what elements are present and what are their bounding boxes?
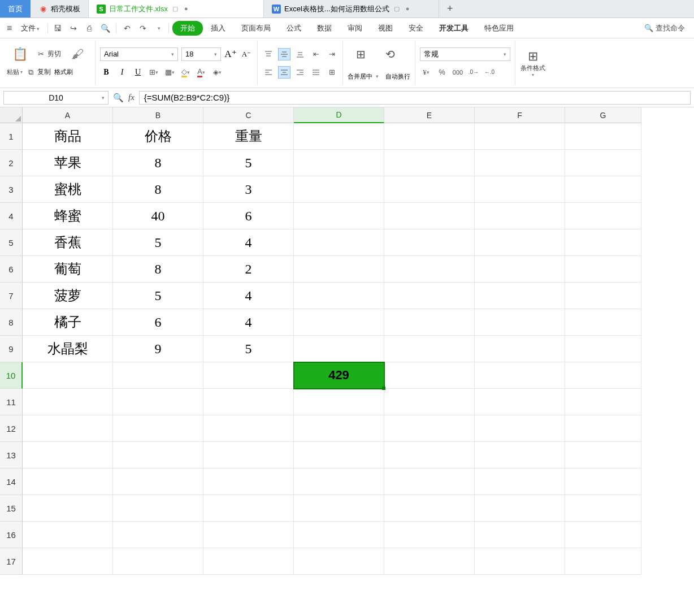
cell[interactable]: [475, 548, 565, 575]
cell[interactable]: 重量: [203, 123, 294, 150]
cell[interactable]: [294, 415, 384, 442]
orientation-button[interactable]: ⊞: [326, 66, 338, 79]
menu-security[interactable]: 安全: [401, 20, 431, 37]
cell[interactable]: [384, 123, 475, 150]
menu-data[interactable]: 数据: [309, 20, 340, 37]
cell[interactable]: [475, 362, 565, 389]
cell[interactable]: [565, 548, 641, 575]
cell[interactable]: [384, 548, 475, 575]
cell[interactable]: 蜂蜜: [23, 203, 113, 229]
italic-button[interactable]: I: [116, 66, 128, 79]
cell[interactable]: [384, 256, 475, 283]
spreadsheet-grid[interactable]: ABCDEFG1商品价格重量2苹果853蜜桃834蜂蜜4065香蕉546葡萄82…: [0, 107, 694, 575]
cell[interactable]: [294, 495, 384, 522]
cell[interactable]: [384, 415, 475, 442]
cell[interactable]: [23, 389, 113, 415]
cell[interactable]: [475, 176, 565, 203]
fill-color-button[interactable]: ◇▾: [179, 66, 192, 79]
justify-button[interactable]: [310, 66, 322, 79]
cell[interactable]: [475, 389, 565, 415]
cell[interactable]: 香蕉: [23, 229, 113, 256]
cell[interactable]: [23, 415, 113, 442]
cell[interactable]: 葡萄: [23, 256, 113, 283]
row-header[interactable]: 6: [0, 256, 23, 283]
cell[interactable]: [475, 256, 565, 283]
cell[interactable]: [113, 548, 203, 575]
cell[interactable]: [294, 389, 384, 415]
cell[interactable]: [565, 123, 641, 150]
cell[interactable]: [203, 362, 294, 389]
cond-format-button[interactable]: ⊞ 条件格式▾: [520, 49, 546, 77]
row-header[interactable]: 12: [0, 415, 23, 442]
print-preview-icon[interactable]: 🔍: [100, 23, 110, 33]
tab-templates[interactable]: ◉ 稻壳模板: [31, 0, 89, 18]
cell[interactable]: 6: [113, 309, 203, 336]
save-icon[interactable]: 🖫: [53, 23, 63, 33]
cell[interactable]: [565, 203, 641, 229]
redo-icon[interactable]: ↷: [138, 23, 148, 33]
row-header[interactable]: 9: [0, 336, 23, 362]
row-header[interactable]: 14: [0, 468, 23, 495]
cell[interactable]: [475, 309, 565, 336]
cell[interactable]: [23, 522, 113, 548]
cell[interactable]: [203, 548, 294, 575]
cell[interactable]: 4: [203, 309, 294, 336]
cell[interactable]: [565, 389, 641, 415]
cell[interactable]: 429: [294, 362, 384, 389]
cell[interactable]: [475, 123, 565, 150]
cell[interactable]: [565, 229, 641, 256]
cell[interactable]: 水晶梨: [23, 336, 113, 362]
cell[interactable]: [565, 176, 641, 203]
row-header[interactable]: 16: [0, 522, 23, 548]
number-format-dropdown[interactable]: 常规 ▾: [420, 47, 510, 61]
row-header[interactable]: 7: [0, 283, 23, 309]
row-header[interactable]: 13: [0, 442, 23, 468]
menu-dev-tools[interactable]: 开发工具: [431, 20, 476, 37]
decrease-font-button[interactable]: A⁻: [240, 48, 253, 60]
cell[interactable]: [475, 468, 565, 495]
cell[interactable]: [475, 415, 565, 442]
cell[interactable]: [203, 442, 294, 468]
cell[interactable]: 5: [113, 229, 203, 256]
cell[interactable]: [565, 415, 641, 442]
cell[interactable]: [475, 442, 565, 468]
cell[interactable]: [294, 229, 384, 256]
menu-formula[interactable]: 公式: [279, 20, 309, 37]
menu-view[interactable]: 视图: [370, 20, 401, 37]
cell[interactable]: [294, 468, 384, 495]
cell[interactable]: [565, 150, 641, 176]
cell[interactable]: 菠萝: [23, 283, 113, 309]
cell[interactable]: [294, 548, 384, 575]
cell[interactable]: [475, 522, 565, 548]
cell[interactable]: [294, 309, 384, 336]
cell[interactable]: 8: [113, 150, 203, 176]
cell[interactable]: [203, 468, 294, 495]
column-header[interactable]: C: [203, 107, 294, 123]
cell[interactable]: [475, 495, 565, 522]
column-header[interactable]: D: [294, 107, 384, 123]
formula-input[interactable]: {=SUM(B2:B9*C2:C9)}: [139, 91, 691, 105]
wrap-button[interactable]: ⟲: [377, 47, 403, 61]
currency-button[interactable]: ¥▾: [420, 66, 432, 79]
increase-indent-button[interactable]: ⇥: [326, 48, 338, 60]
increase-decimal-button[interactable]: .0→: [467, 66, 480, 79]
align-top-button[interactable]: [262, 48, 275, 60]
row-header[interactable]: 15: [0, 495, 23, 522]
cell[interactable]: 4: [203, 283, 294, 309]
cell[interactable]: [113, 389, 203, 415]
column-header[interactable]: E: [384, 107, 475, 123]
tab-new[interactable]: +: [439, 0, 461, 18]
cell[interactable]: [475, 203, 565, 229]
border-style-button[interactable]: ▦▾: [163, 66, 176, 79]
cell[interactable]: [384, 336, 475, 362]
tab-window-controls[interactable]: ▢ ●: [172, 5, 190, 12]
column-header[interactable]: B: [113, 107, 203, 123]
clear-format-button[interactable]: ◈▾: [211, 66, 223, 79]
cell[interactable]: [23, 468, 113, 495]
cell[interactable]: [203, 522, 294, 548]
row-header[interactable]: 1: [0, 123, 23, 150]
menu-start[interactable]: 开始: [172, 21, 203, 36]
cell[interactable]: [384, 495, 475, 522]
cell[interactable]: [384, 442, 475, 468]
print-icon[interactable]: ⎙: [84, 23, 94, 33]
